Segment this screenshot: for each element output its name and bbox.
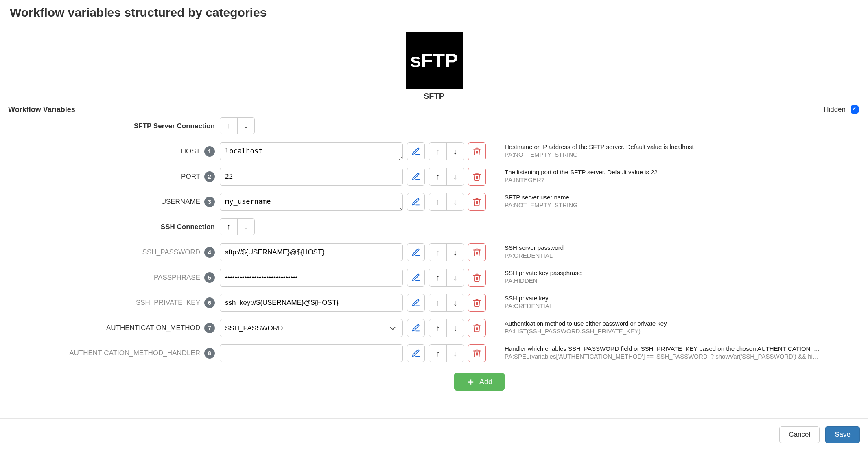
section-label: Workflow Variables <box>8 105 75 114</box>
variable-description: SSH server password <box>505 244 855 251</box>
edit-button[interactable] <box>407 142 425 160</box>
variable-description: Authentication method to use either pass… <box>505 320 855 327</box>
variable-label: AUTHENTICATION_METHOD_HANDLER <box>69 349 200 357</box>
delete-button[interactable] <box>468 243 486 261</box>
group-move-up-button: ↑ <box>220 118 237 134</box>
variable-index-badge: 5 <box>204 272 215 283</box>
variable-meta: PA:SPEL(variables['AUTHENTICATION_METHOD… <box>505 353 855 360</box>
variable-select[interactable]: SSH_PASSWORD <box>220 319 403 337</box>
variable-label: HOST <box>181 147 200 155</box>
variable-index-badge: 4 <box>204 247 215 258</box>
group-label: SSH Connection <box>161 223 215 231</box>
variable-meta: PA:INTEGER? <box>505 176 855 183</box>
variable-description: SSH private key <box>505 295 855 302</box>
delete-button[interactable] <box>468 142 486 160</box>
logo-caption: SFTP <box>8 92 860 101</box>
add-button[interactable]: ＋Add <box>454 373 505 391</box>
edit-button[interactable] <box>407 193 425 211</box>
variable-description: SSH private key passphrase <box>505 269 855 276</box>
variable-description: SFTP server user name <box>505 194 855 201</box>
move-up-button[interactable]: ↑ <box>429 294 446 311</box>
delete-button[interactable] <box>468 168 486 186</box>
variable-meta: PA:LIST(SSH_PASSWORD,SSH_PRIVATE_KEY) <box>505 328 855 335</box>
edit-button[interactable] <box>407 168 425 186</box>
plus-icon: ＋ <box>466 376 475 388</box>
move-down-button[interactable]: ↓ <box>446 269 464 286</box>
group-label: SFTP Server Connection <box>134 122 215 130</box>
delete-button[interactable] <box>468 319 486 337</box>
variable-description: The listening port of the SFTP server. D… <box>505 168 855 175</box>
variable-meta: PA:CREDENTIAL <box>505 302 855 309</box>
variable-meta: PA:HIDDEN <box>505 277 855 284</box>
move-down-button[interactable]: ↓ <box>446 319 464 337</box>
sftp-logo: sFTP <box>406 32 463 89</box>
save-button[interactable]: Save <box>825 426 860 443</box>
group-move-up-button[interactable]: ↑ <box>220 219 237 235</box>
variable-meta: PA:NOT_EMPTY_STRING <box>505 201 855 208</box>
page-title: Workflow variables structured by categor… <box>10 6 860 20</box>
variable-index-badge: 6 <box>204 298 215 308</box>
move-up-button: ↑ <box>429 143 446 160</box>
move-down-button[interactable]: ↓ <box>446 143 464 160</box>
move-up-button[interactable]: ↑ <box>429 168 446 185</box>
variable-description: Hostname or IP address of the SFTP serve… <box>505 143 855 150</box>
variable-index-badge: 7 <box>204 323 215 333</box>
variable-input[interactable]: my_username <box>220 193 403 211</box>
hidden-checkbox[interactable] <box>851 105 859 114</box>
delete-button[interactable] <box>468 193 486 211</box>
delete-button[interactable] <box>468 344 486 362</box>
edit-button[interactable] <box>407 319 425 337</box>
edit-button[interactable] <box>407 269 425 287</box>
variable-label: SSH_PASSWORD <box>142 248 200 256</box>
divider <box>0 26 868 26</box>
variable-index-badge: 1 <box>204 146 215 157</box>
variable-input[interactable] <box>220 294 403 312</box>
variable-index-badge: 8 <box>204 348 215 359</box>
edit-button[interactable] <box>407 294 425 312</box>
variable-meta: PA:NOT_EMPTY_STRING <box>505 151 855 158</box>
move-up-button[interactable]: ↑ <box>429 193 446 210</box>
variable-input[interactable] <box>220 269 403 287</box>
move-down-button: ↓ <box>446 345 464 362</box>
variable-input[interactable] <box>220 243 403 261</box>
group-move-down-button[interactable]: ↓ <box>237 118 254 134</box>
variable-index-badge: 2 <box>204 171 215 182</box>
move-down-button[interactable]: ↓ <box>446 244 464 261</box>
move-down-button[interactable]: ↓ <box>446 294 464 311</box>
group-move-down-button: ↓ <box>237 219 254 235</box>
move-up-button[interactable]: ↑ <box>429 345 446 362</box>
variable-label: PASSPHRASE <box>154 273 200 282</box>
delete-button[interactable] <box>468 269 486 287</box>
edit-button[interactable] <box>407 243 425 261</box>
cancel-button[interactable]: Cancel <box>779 426 820 443</box>
variable-index-badge: 3 <box>204 197 215 207</box>
variable-meta: PA:CREDENTIAL <box>505 252 855 259</box>
delete-button[interactable] <box>468 294 486 312</box>
variable-description: Handler which enables SSH_PASSWORD field… <box>505 345 855 352</box>
variable-label: AUTHENTICATION_METHOD <box>106 324 200 332</box>
edit-button[interactable] <box>407 344 425 362</box>
variable-input[interactable] <box>220 344 403 362</box>
move-down-button: ↓ <box>446 193 464 210</box>
variable-label: SSH_PRIVATE_KEY <box>136 299 200 307</box>
variable-input[interactable] <box>220 168 403 186</box>
move-down-button[interactable]: ↓ <box>446 168 464 185</box>
move-up-button: ↑ <box>429 244 446 261</box>
move-up-button[interactable]: ↑ <box>429 319 446 337</box>
variable-label: USERNAME <box>161 198 200 206</box>
variable-label: PORT <box>181 173 200 181</box>
variable-input[interactable]: localhost <box>220 142 403 160</box>
hidden-label: Hidden <box>824 105 846 114</box>
move-up-button[interactable]: ↑ <box>429 269 446 286</box>
